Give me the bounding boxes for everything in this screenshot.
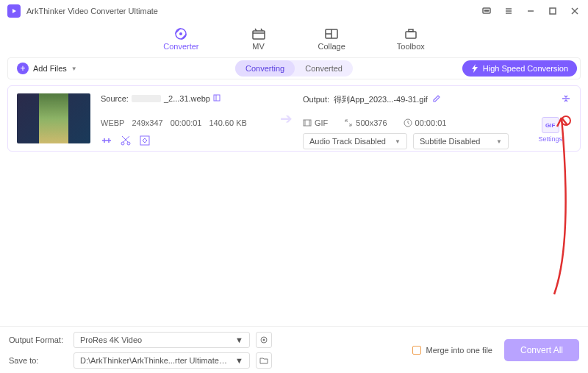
output-column: Output: 得到App_2023...-49-31.gif GIF 500x… (303, 93, 571, 149)
svg-point-22 (127, 142, 130, 145)
rename-icon[interactable] (213, 93, 222, 104)
svg-point-3 (487, 10, 488, 11)
convert-all-button[interactable]: Convert All (504, 339, 579, 361)
high-speed-conversion-button[interactable]: High Speed Conversion (462, 60, 577, 77)
lightning-icon (471, 64, 478, 73)
output-format: GIF (315, 118, 328, 127)
top-nav: Converter MV Collage Toolbox (0, 22, 588, 54)
merge-checkbox[interactable]: Merge into one file (412, 346, 492, 355)
file-card: Source: _2...31.webp WEBP 249x347 00:00:… (7, 85, 581, 152)
tab-converter[interactable]: Converter (163, 27, 198, 51)
svg-point-32 (263, 338, 265, 341)
format-settings-control: GIF Settings (538, 117, 562, 143)
tab-converted[interactable]: Converted (295, 60, 353, 77)
settings-label: Settings (538, 135, 562, 143)
resize-icon (344, 118, 353, 127)
menu-icon[interactable] (503, 5, 514, 17)
enhance-icon[interactable] (139, 135, 151, 146)
source-duration: 00:00:01 (171, 118, 202, 127)
cut-icon[interactable] (120, 135, 132, 146)
high-speed-label: High Speed Conversion (483, 64, 568, 73)
open-folder-button[interactable] (256, 352, 272, 369)
output-format-label: Output Format: (9, 335, 68, 344)
output-duration: 00:00:01 (415, 118, 447, 127)
svg-rect-19 (214, 95, 220, 101)
svg-point-21 (121, 142, 124, 145)
bottom-bar: Output Format: ProRes 4K Video ▼ Save to… (0, 326, 588, 373)
maximize-button[interactable] (547, 5, 559, 17)
chevron-down-icon: ▼ (496, 138, 502, 145)
svg-rect-18 (409, 29, 413, 32)
format-settings-button[interactable] (256, 332, 272, 348)
source-blurred-part (132, 95, 161, 102)
tab-collage-label: Collage (318, 42, 345, 51)
svg-line-24 (122, 136, 128, 142)
svg-rect-8 (550, 8, 556, 14)
svg-point-1 (484, 10, 485, 11)
chevron-down-icon: ▼ (235, 356, 243, 365)
gif-badge: GIF (545, 122, 555, 129)
add-files-button[interactable]: + Add Files ▼ (11, 63, 83, 74)
tab-collage[interactable]: Collage (318, 27, 345, 51)
tab-converting[interactable]: Converting (235, 60, 295, 77)
film-icon (303, 118, 312, 127)
clock-icon (404, 118, 412, 127)
output-dimensions: 500x376 (356, 118, 387, 127)
tab-converter-label: Converter (163, 42, 198, 51)
source-filesize: 140.60 KB (209, 118, 246, 127)
svg-point-12 (179, 32, 182, 35)
app-logo (7, 4, 21, 18)
output-format-select[interactable]: ProRes 4K Video ▼ (74, 332, 250, 348)
subtitle-select[interactable]: Subtitle Disabled▼ (413, 133, 509, 149)
chevron-down-icon: ▼ (71, 65, 77, 72)
source-column: Source: _2...31.webp WEBP 249x347 00:00:… (101, 93, 270, 146)
plus-icon: + (17, 63, 29, 74)
tab-toolbox[interactable]: Toolbox (397, 27, 425, 51)
tab-toolbox-label: Toolbox (397, 42, 425, 51)
output-format-button[interactable]: GIF (542, 117, 559, 133)
add-files-label: Add Files (33, 64, 67, 73)
output-label: Output: (303, 95, 329, 104)
subtitle-value: Subtitle Disabled (420, 137, 481, 146)
audio-track-value: Audio Track Disabled (309, 137, 386, 146)
status-pill: Converting Converted (235, 60, 353, 77)
svg-line-23 (123, 136, 129, 142)
minimize-button[interactable] (525, 5, 537, 17)
output-filename: 得到App_2023...-49-31.gif (334, 94, 428, 105)
svg-rect-25 (140, 136, 149, 145)
output-format-value: ProRes 4K Video (80, 335, 142, 344)
source-label: Source: (101, 94, 129, 103)
merge-label: Merge into one file (426, 346, 492, 355)
edit-output-icon[interactable] (432, 94, 441, 104)
tab-mv-label: MV (252, 42, 265, 51)
svg-point-2 (486, 10, 487, 11)
feedback-icon[interactable] (481, 5, 492, 17)
compress-icon[interactable] (561, 93, 571, 105)
chevron-down-icon: ▼ (395, 138, 401, 145)
tab-mv[interactable]: MV (251, 27, 267, 51)
app-title: ArkThinker Video Converter Ultimate (26, 7, 158, 15)
svg-rect-17 (406, 32, 416, 38)
source-dimensions: 249x347 (132, 118, 162, 127)
save-to-label: Save to: (9, 356, 68, 365)
save-to-value: D:\ArkThinker\ArkThinke...rter Ultimate\… (80, 356, 228, 365)
trim-icon[interactable] (101, 135, 112, 146)
toolbar: + Add Files ▼ Converting Converted High … (7, 57, 581, 79)
convert-all-label: Convert All (520, 345, 563, 355)
close-button[interactable] (569, 5, 581, 17)
save-to-select[interactable]: D:\ArkThinker\ArkThinke...rter Ultimate\… (74, 352, 250, 369)
audio-track-select[interactable]: Audio Track Disabled▼ (303, 133, 407, 149)
source-filename: _2...31.webp (164, 94, 210, 103)
titlebar: ArkThinker Video Converter Ultimate (0, 0, 588, 22)
checkbox-icon (412, 346, 421, 355)
chevron-down-icon: ▼ (235, 335, 243, 344)
arrow-right-icon: ➔ (280, 110, 293, 127)
video-thumbnail[interactable] (17, 93, 90, 143)
source-format: WEBP (101, 118, 124, 127)
svg-rect-13 (253, 31, 265, 39)
